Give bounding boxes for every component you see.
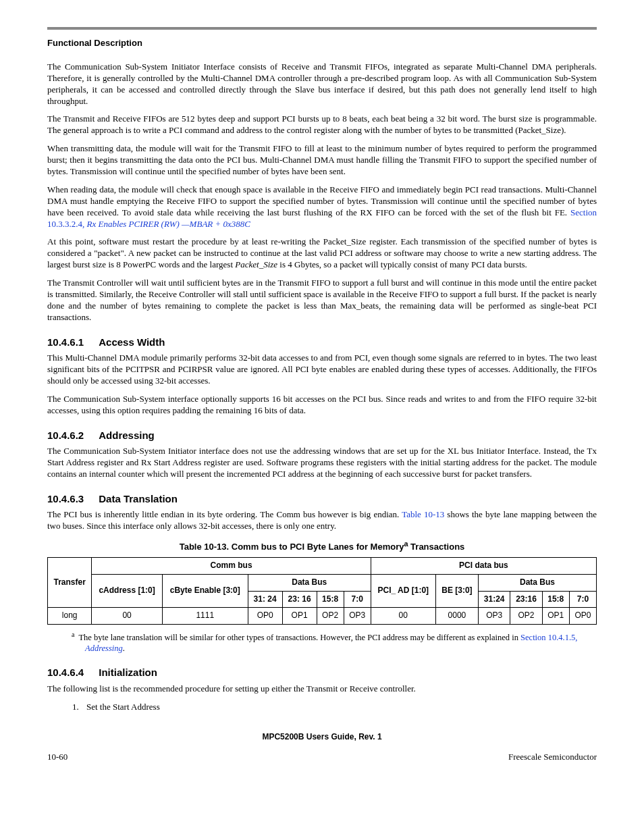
heading-title: Access Width xyxy=(99,336,165,348)
xref-link[interactable]: Addressing xyxy=(85,644,123,653)
text: When reading data, the module will check… xyxy=(47,184,597,217)
table-caption: Table 10-13. Comm bus to PCI Byte Lanes … xyxy=(47,539,597,553)
xref-link[interactable]: Table 10-13 xyxy=(402,509,444,519)
paragraph: The PCI bus is inherently little endian … xyxy=(47,509,597,532)
col-group-comm: Comm bus xyxy=(92,558,371,575)
paragraph: When reading data, the module will check… xyxy=(47,184,597,230)
paragraph: The Communication Sub-System interface o… xyxy=(47,394,597,417)
paragraph: At this point, software must restart the… xyxy=(47,236,597,271)
text: . xyxy=(123,644,125,653)
col-15-8: 15:8 xyxy=(317,591,344,608)
col-23-16: 23: 16 xyxy=(282,591,317,608)
paragraph: The Communication Sub-System Initiator I… xyxy=(47,61,597,107)
col-31-24: 31:24 xyxy=(479,591,510,608)
text: The byte lane translation will be simila… xyxy=(78,633,520,642)
emphasis: Packet_Size xyxy=(235,259,277,269)
page-top-rule xyxy=(47,27,597,30)
col-pci-ad: PCI_ AD [1:0] xyxy=(371,574,435,607)
table-row: long 00 1111 OP0 OP1 OP2 OP3 00 0000 OP3… xyxy=(48,608,597,625)
col-7-0: 7:0 xyxy=(344,591,371,608)
footer-page-number: 10-60 xyxy=(47,752,68,763)
table-footnote: aThe byte lane translation will be simil… xyxy=(72,630,597,654)
heading-title: Data Translation xyxy=(99,493,178,504)
heading-number: 10.4.6.2 xyxy=(47,429,84,442)
xref-link[interactable]: Rx Enables PCIRER (RW) —MBAR + 0x388C xyxy=(87,219,250,229)
text: The PCI bus is inherently little endian … xyxy=(47,509,402,519)
col-databus-comm: Data Bus xyxy=(248,574,371,591)
text: is 4 Gbytes, so a packet will typically … xyxy=(277,259,527,269)
col-cbyte-enable: cByte Enable [3:0] xyxy=(162,574,248,607)
paragraph: The Transmit and Receive FIFOs are 512 b… xyxy=(47,113,597,136)
heading-addressing: 10.4.6.2Addressing xyxy=(47,429,597,442)
col-23-16: 23:16 xyxy=(510,591,542,608)
heading-data-translation: 10.4.6.3Data Translation xyxy=(47,492,597,506)
col-15-8: 15:8 xyxy=(542,591,569,608)
byte-lanes-table: Transfer Comm bus PCI data bus cAddress … xyxy=(47,557,597,624)
footer-company: Freescale Semiconductor xyxy=(508,752,597,763)
heading-title: Initialization xyxy=(99,667,157,678)
col-caddress: cAddress [1:0] xyxy=(92,574,162,607)
col-transfer: Transfer xyxy=(48,558,92,608)
col-be: BE [3:0] xyxy=(435,574,478,607)
paragraph: The Communication Sub-System Initiator i… xyxy=(47,446,597,480)
col-7-0: 7:0 xyxy=(569,591,596,608)
running-header: Functional Description xyxy=(47,38,597,49)
col-31-24: 31: 24 xyxy=(248,591,282,608)
heading-number: 10.4.6.3 xyxy=(47,492,84,506)
initialization-list: Set the Start Address xyxy=(81,702,597,713)
footer-doc-title: MPC5200B Users Guide, Rev. 1 xyxy=(47,732,597,743)
list-item: Set the Start Address xyxy=(81,702,597,713)
heading-number: 10.4.6.4 xyxy=(47,666,84,679)
heading-access-width: 10.4.6.1Access Width xyxy=(47,336,597,349)
col-group-pci: PCI data bus xyxy=(371,558,596,575)
heading-initialization: 10.4.6.4Initialization xyxy=(47,666,597,679)
paragraph: The following list is the recommended pr… xyxy=(47,683,597,695)
heading-number: 10.4.6.1 xyxy=(47,336,84,349)
paragraph: When transmitting data, the module will … xyxy=(47,143,597,178)
paragraph: This Multi-Channel DMA module primarily … xyxy=(47,353,597,387)
paragraph: The Transmit Controller will wait until … xyxy=(47,278,597,323)
xref-link[interactable]: Section 10.4.1.5, xyxy=(520,633,577,642)
heading-title: Addressing xyxy=(99,429,155,441)
col-databus-pci: Data Bus xyxy=(479,574,597,591)
